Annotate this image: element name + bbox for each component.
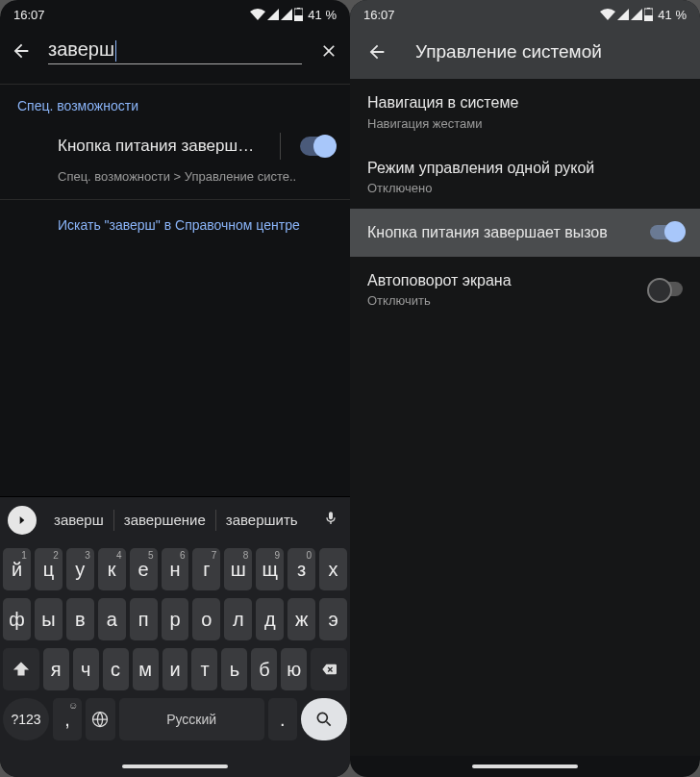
clear-button[interactable] bbox=[317, 39, 340, 63]
svg-rect-2 bbox=[297, 8, 300, 9]
svg-point-4 bbox=[317, 713, 327, 722]
key-р[interactable]: р bbox=[162, 598, 189, 640]
backspace-key[interactable] bbox=[311, 648, 347, 690]
signal-icon-2 bbox=[631, 9, 642, 20]
keyboard: й1ц2у3к4е5н6г7ш8щ9з0х фывапролджэ ячсмит… bbox=[0, 542, 350, 756]
status-time: 16:07 bbox=[363, 8, 395, 22]
suggestion[interactable]: завершить bbox=[216, 512, 308, 528]
key-в[interactable]: в bbox=[66, 598, 94, 640]
svg-rect-7 bbox=[647, 8, 650, 9]
key-ь[interactable]: ь bbox=[221, 648, 247, 690]
key-н[interactable]: н6 bbox=[162, 548, 189, 590]
nav-bar bbox=[350, 756, 700, 777]
signal-icon bbox=[617, 9, 629, 20]
setting-toggle[interactable] bbox=[650, 225, 683, 239]
battery-icon bbox=[294, 8, 303, 21]
key-э[interactable]: э bbox=[319, 598, 347, 640]
setting-item[interactable]: Режим управления одной рукойОтключено bbox=[350, 144, 700, 210]
settings-list: Навигация в системеНавигация жестамиРежи… bbox=[350, 79, 700, 756]
setting-subtitle: Отключить bbox=[367, 293, 650, 308]
expand-suggestions-button[interactable] bbox=[8, 506, 37, 535]
key-и[interactable]: и bbox=[162, 648, 188, 690]
key-п[interactable]: п bbox=[130, 598, 158, 640]
search-input-value: заверш bbox=[48, 38, 114, 60]
result-toggle[interactable] bbox=[300, 137, 335, 156]
status-icons: 41 % bbox=[600, 8, 687, 22]
svg-rect-6 bbox=[644, 15, 653, 21]
setting-subtitle: Отключено bbox=[367, 181, 683, 195]
key-я[interactable]: я bbox=[43, 648, 69, 690]
battery-icon bbox=[644, 8, 653, 21]
setting-title: Режим управления одной рукой bbox=[367, 158, 683, 179]
key-м[interactable]: м bbox=[133, 648, 159, 690]
wifi-icon bbox=[250, 9, 265, 20]
key-у[interactable]: у3 bbox=[66, 548, 94, 590]
key-а[interactable]: а bbox=[98, 598, 126, 640]
key-б[interactable]: б bbox=[251, 648, 277, 690]
key-з[interactable]: з0 bbox=[288, 548, 315, 590]
key-л[interactable]: л bbox=[224, 598, 252, 640]
key-й[interactable]: й1 bbox=[3, 548, 31, 590]
back-button[interactable] bbox=[365, 40, 388, 63]
back-button[interactable] bbox=[10, 39, 33, 63]
key-с[interactable]: с bbox=[103, 648, 129, 690]
suggestion[interactable]: завершение bbox=[114, 512, 215, 528]
setting-title: Кнопка питания завершает вызов bbox=[367, 222, 650, 243]
key-х[interactable]: х bbox=[319, 548, 347, 590]
setting-title: Навигация в системе bbox=[367, 92, 683, 113]
nav-pill[interactable] bbox=[472, 764, 578, 768]
language-key[interactable] bbox=[86, 698, 114, 740]
key-г[interactable]: г7 bbox=[192, 548, 220, 590]
wifi-icon bbox=[600, 9, 615, 20]
nav-pill[interactable] bbox=[122, 764, 228, 768]
key-д[interactable]: д bbox=[256, 598, 284, 640]
setting-item[interactable]: Навигация в системеНавигация жестами bbox=[350, 79, 700, 144]
left-phone: 16:07 41 % заверш Спец. возможности bbox=[0, 0, 350, 777]
battery-text: 41 % bbox=[658, 8, 687, 22]
key-е[interactable]: е5 bbox=[130, 548, 158, 590]
svg-rect-1 bbox=[294, 15, 303, 21]
key-о[interactable]: о bbox=[192, 598, 220, 640]
search-key[interactable] bbox=[301, 698, 347, 740]
help-center-link[interactable]: Искать "заверш" в Справочном центре bbox=[0, 200, 350, 250]
mic-icon[interactable] bbox=[323, 509, 338, 532]
key-к[interactable]: к4 bbox=[98, 548, 126, 590]
key-щ[interactable]: щ9 bbox=[256, 548, 284, 590]
right-phone: 16:07 41 % Управление системой Навигация… bbox=[350, 0, 700, 777]
status-bar: 16:07 41 % bbox=[0, 0, 350, 29]
signal-icon-2 bbox=[281, 9, 292, 20]
key-т[interactable]: т bbox=[191, 648, 217, 690]
suggestion[interactable]: заверш bbox=[44, 512, 113, 528]
setting-item[interactable]: Автоповорот экранаОтключить bbox=[350, 257, 700, 322]
setting-toggle[interactable] bbox=[650, 282, 683, 296]
key-ы[interactable]: ы bbox=[35, 598, 62, 640]
setting-item[interactable]: Кнопка питания завершает вызов bbox=[350, 209, 700, 257]
title-bar: Управление системой bbox=[350, 29, 700, 79]
setting-title: Автоповорот экрана bbox=[367, 270, 650, 291]
key-ц[interactable]: ц2 bbox=[35, 548, 62, 590]
section-label: Спец. возможности bbox=[0, 85, 350, 123]
search-input[interactable]: заверш bbox=[48, 38, 302, 64]
shift-key[interactable] bbox=[3, 648, 39, 690]
status-time: 16:07 bbox=[13, 8, 45, 22]
key-ж[interactable]: ж bbox=[288, 598, 315, 640]
status-bar: 16:07 41 % bbox=[350, 0, 700, 29]
key-ч[interactable]: ч bbox=[73, 648, 99, 690]
symbols-key[interactable]: ?123 bbox=[3, 698, 49, 740]
setting-subtitle: Навигация жестами bbox=[367, 116, 683, 131]
result-title: Кнопка питания заверш… bbox=[58, 137, 261, 156]
page-title: Управление системой bbox=[415, 41, 602, 63]
search-bar: заверш bbox=[0, 29, 350, 84]
key-ш[interactable]: ш8 bbox=[224, 548, 252, 590]
period-key[interactable]: . bbox=[268, 698, 297, 740]
status-icons: 41 % bbox=[250, 8, 337, 22]
nav-bar bbox=[0, 756, 350, 777]
key-ф[interactable]: ф bbox=[3, 598, 31, 640]
space-key[interactable]: Русский bbox=[119, 698, 264, 740]
search-result[interactable]: Кнопка питания заверш… bbox=[0, 123, 350, 165]
key-ю[interactable]: ю bbox=[281, 648, 307, 690]
battery-text: 41 % bbox=[308, 8, 337, 22]
comma-key[interactable]: ,☺ bbox=[53, 698, 82, 740]
result-breadcrumb: Спец. возможности > Управление систе.. bbox=[0, 165, 350, 199]
keyboard-suggestions: заверш завершение завершить bbox=[0, 496, 350, 542]
